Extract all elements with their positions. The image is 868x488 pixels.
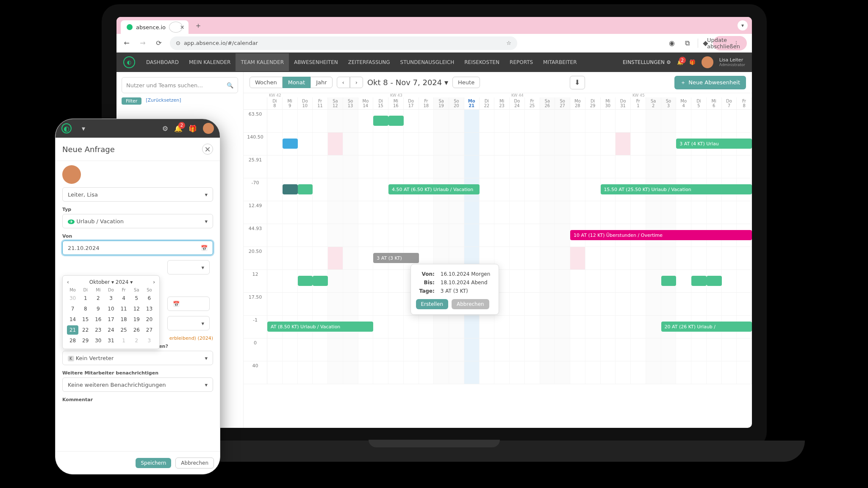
calendar-cell[interactable]	[707, 201, 722, 224]
date-cell[interactable]: 7	[67, 304, 78, 313]
calendar-cell[interactable]	[313, 293, 328, 315]
bookmark-icon[interactable]: ☆	[506, 40, 511, 46]
day-header[interactable]: Mo14	[358, 97, 374, 109]
calendar-cell[interactable]	[525, 361, 540, 384]
date-cell[interactable]: 17	[105, 315, 116, 324]
calendar-cell[interactable]	[480, 361, 495, 384]
url-field[interactable]: ⊙ app.absence.io/#/calendar ☆	[170, 36, 517, 50]
calendar-cell[interactable]	[555, 178, 570, 201]
absence-block[interactable]	[661, 276, 677, 286]
calendar-cell[interactable]	[555, 270, 570, 292]
calendar-cell[interactable]	[646, 293, 661, 315]
forward-button[interactable]: →	[138, 38, 148, 48]
calendar-cell[interactable]	[343, 201, 358, 224]
calendar-cell[interactable]	[328, 224, 343, 247]
calendar-cell[interactable]	[525, 293, 540, 315]
calendar-cell[interactable]	[616, 361, 631, 384]
calendar-cell[interactable]	[464, 133, 480, 155]
calendar-cell[interactable]	[313, 201, 328, 224]
calendar-cell[interactable]	[358, 361, 374, 384]
calendar-cell[interactable]	[267, 201, 283, 224]
calendar-cell[interactable]	[525, 133, 540, 155]
calendar-cell[interactable]	[267, 293, 283, 315]
calendar-cell[interactable]	[283, 155, 298, 178]
date-cell[interactable]: 2	[92, 294, 104, 303]
calendar-cell[interactable]	[676, 270, 691, 292]
calendar-cell[interactable]	[298, 338, 313, 361]
calendar-cell[interactable]	[646, 316, 661, 338]
browser-tab[interactable]: absence.io ✕	[121, 20, 189, 34]
calendar-cell[interactable]	[691, 293, 707, 315]
calendar-cell[interactable]	[494, 178, 510, 201]
calendar-cell[interactable]	[283, 270, 298, 292]
nav-item[interactable]: REPORTS	[505, 53, 538, 71]
calendar-cell[interactable]	[267, 338, 283, 361]
calendar-cell[interactable]	[601, 155, 616, 178]
calendar-cell[interactable]	[691, 201, 707, 224]
calendar-cell[interactable]	[480, 110, 495, 132]
calendar-cell[interactable]	[722, 110, 737, 132]
date-cell[interactable]: 29	[80, 336, 91, 345]
calendar-cell[interactable]	[388, 338, 404, 361]
from-daypart-select[interactable]: ▾	[167, 260, 210, 274]
calendar-cell[interactable]	[707, 293, 722, 315]
calendar-cell[interactable]	[313, 155, 328, 178]
calendar-cell[interactable]	[328, 201, 343, 224]
calendar-cell[interactable]	[646, 133, 661, 155]
calendar-cell[interactable]	[555, 361, 570, 384]
calendar-cell[interactable]	[540, 133, 555, 155]
calendar-cell[interactable]	[661, 247, 677, 269]
calendar-cell[interactable]	[464, 201, 480, 224]
calendar-cell[interactable]	[661, 201, 677, 224]
calendar-cell[interactable]	[585, 133, 601, 155]
calendar-cell[interactable]	[601, 133, 616, 155]
nav-item[interactable]: ZEITERFASSUNG	[343, 53, 395, 71]
calendar-cell[interactable]	[631, 201, 646, 224]
date-cell[interactable]: 31	[105, 336, 116, 345]
calendar-cell[interactable]	[494, 155, 510, 178]
new-tab-button[interactable]: ＋	[192, 20, 205, 30]
calendar-cell[interactable]	[525, 201, 540, 224]
calendar-cell[interactable]	[616, 316, 631, 338]
calendar-cell[interactable]	[434, 338, 449, 361]
calendar-cell[interactable]	[585, 110, 601, 132]
nav-item[interactable]: ABWESENHEITEN	[289, 53, 343, 71]
search-input[interactable]: Nutzer und Teams suchen… 🔍	[122, 77, 238, 93]
tab-overflow-icon[interactable]: ▾	[738, 20, 748, 30]
calendar-cell[interactable]	[570, 201, 585, 224]
day-header[interactable]: So27	[555, 97, 570, 109]
calendar-cell[interactable]	[616, 201, 631, 224]
calendar-cell[interactable]	[646, 110, 661, 132]
calendar-cell[interactable]	[283, 110, 298, 132]
day-header[interactable]: Do10	[298, 97, 313, 109]
calendar-cell[interactable]	[540, 361, 555, 384]
date-cell[interactable]: 15	[80, 315, 91, 324]
day-header[interactable]: Do24	[510, 97, 525, 109]
calendar-cell[interactable]	[267, 361, 283, 384]
calendar-cell[interactable]	[358, 201, 374, 224]
date-cell[interactable]: 22	[80, 325, 91, 335]
day-header[interactable]: Mi16	[388, 97, 404, 109]
day-header[interactable]: Fr1	[631, 97, 646, 109]
date-cell[interactable]: 13	[144, 304, 155, 313]
calendar-cell[interactable]	[601, 247, 616, 269]
calendar-cell[interactable]	[570, 247, 585, 269]
calendar-cell[interactable]	[722, 293, 737, 315]
calendar-cell[interactable]	[540, 338, 555, 361]
calendar-cell[interactable]	[570, 178, 585, 201]
date-cell[interactable]: 25	[118, 325, 130, 335]
today-button[interactable]: Heute	[452, 77, 480, 88]
settings-link[interactable]: EINSTELLUNGEN ⚙	[623, 59, 671, 65]
calendar-cell[interactable]	[631, 247, 646, 269]
date-cell[interactable]: 24	[105, 325, 116, 335]
create-button[interactable]: Erstellen	[416, 299, 449, 309]
calendar-cell[interactable]	[388, 201, 404, 224]
calendar-cell[interactable]	[373, 133, 388, 155]
calendar-cell[interactable]	[510, 201, 525, 224]
calendar-cell[interactable]	[661, 293, 677, 315]
calendar-cell[interactable]	[343, 361, 358, 384]
calendar-cell[interactable]	[283, 224, 298, 247]
day-header[interactable]: Sa26	[540, 97, 555, 109]
absence-block[interactable]: 4.50 AT (6.50 KT) Urlaub / Vacation	[388, 184, 480, 194]
calendar-cell[interactable]	[555, 316, 570, 338]
